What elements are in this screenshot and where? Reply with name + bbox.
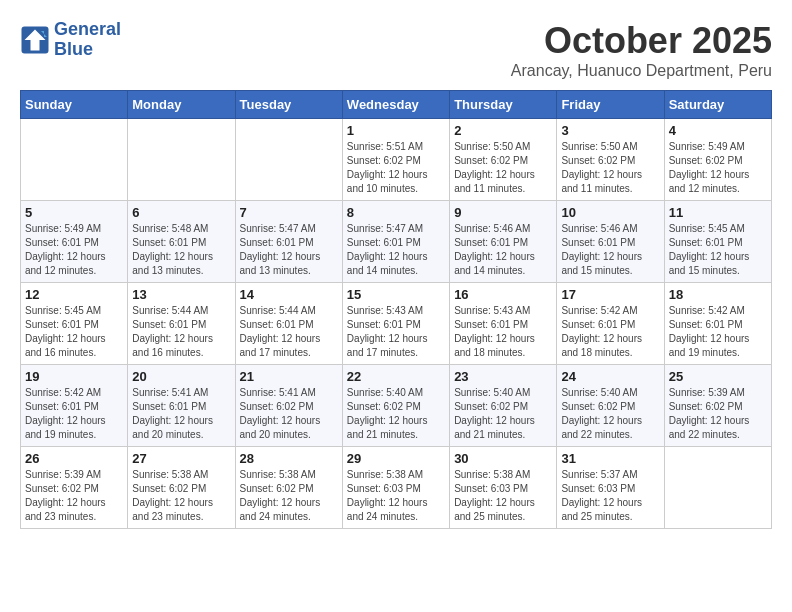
day-number: 16 <box>454 287 552 302</box>
calendar-day-cell: 29Sunrise: 5:38 AM Sunset: 6:03 PM Dayli… <box>342 447 449 529</box>
day-info: Sunrise: 5:50 AM Sunset: 6:02 PM Dayligh… <box>454 140 552 196</box>
day-number: 12 <box>25 287 123 302</box>
day-number: 15 <box>347 287 445 302</box>
day-info: Sunrise: 5:43 AM Sunset: 6:01 PM Dayligh… <box>454 304 552 360</box>
page-header: General Blue October 2025 Arancay, Huanu… <box>20 20 772 80</box>
day-info: Sunrise: 5:42 AM Sunset: 6:01 PM Dayligh… <box>669 304 767 360</box>
day-number: 11 <box>669 205 767 220</box>
day-info: Sunrise: 5:38 AM Sunset: 6:03 PM Dayligh… <box>454 468 552 524</box>
day-number: 6 <box>132 205 230 220</box>
day-info: Sunrise: 5:38 AM Sunset: 6:03 PM Dayligh… <box>347 468 445 524</box>
day-info: Sunrise: 5:38 AM Sunset: 6:02 PM Dayligh… <box>132 468 230 524</box>
calendar-day-cell: 13Sunrise: 5:44 AM Sunset: 6:01 PM Dayli… <box>128 283 235 365</box>
day-number: 25 <box>669 369 767 384</box>
day-number: 3 <box>561 123 659 138</box>
calendar-day-cell <box>664 447 771 529</box>
day-info: Sunrise: 5:47 AM Sunset: 6:01 PM Dayligh… <box>347 222 445 278</box>
day-number: 21 <box>240 369 338 384</box>
calendar-day-cell: 8Sunrise: 5:47 AM Sunset: 6:01 PM Daylig… <box>342 201 449 283</box>
logo-icon <box>20 25 50 55</box>
day-number: 5 <box>25 205 123 220</box>
day-info: Sunrise: 5:42 AM Sunset: 6:01 PM Dayligh… <box>25 386 123 442</box>
month-title: October 2025 <box>511 20 772 62</box>
calendar-day-cell: 23Sunrise: 5:40 AM Sunset: 6:02 PM Dayli… <box>450 365 557 447</box>
day-number: 20 <box>132 369 230 384</box>
title-section: October 2025 Arancay, Huanuco Department… <box>511 20 772 80</box>
day-info: Sunrise: 5:51 AM Sunset: 6:02 PM Dayligh… <box>347 140 445 196</box>
day-number: 23 <box>454 369 552 384</box>
calendar-week-row: 26Sunrise: 5:39 AM Sunset: 6:02 PM Dayli… <box>21 447 772 529</box>
calendar-week-row: 1Sunrise: 5:51 AM Sunset: 6:02 PM Daylig… <box>21 119 772 201</box>
calendar-day-cell: 18Sunrise: 5:42 AM Sunset: 6:01 PM Dayli… <box>664 283 771 365</box>
day-number: 7 <box>240 205 338 220</box>
calendar-day-cell: 20Sunrise: 5:41 AM Sunset: 6:01 PM Dayli… <box>128 365 235 447</box>
calendar-day-cell: 1Sunrise: 5:51 AM Sunset: 6:02 PM Daylig… <box>342 119 449 201</box>
calendar-day-cell: 30Sunrise: 5:38 AM Sunset: 6:03 PM Dayli… <box>450 447 557 529</box>
calendar-day-cell: 21Sunrise: 5:41 AM Sunset: 6:02 PM Dayli… <box>235 365 342 447</box>
day-info: Sunrise: 5:41 AM Sunset: 6:02 PM Dayligh… <box>240 386 338 442</box>
day-number: 24 <box>561 369 659 384</box>
calendar-day-cell: 24Sunrise: 5:40 AM Sunset: 6:02 PM Dayli… <box>557 365 664 447</box>
day-number: 2 <box>454 123 552 138</box>
calendar-day-cell: 17Sunrise: 5:42 AM Sunset: 6:01 PM Dayli… <box>557 283 664 365</box>
day-number: 13 <box>132 287 230 302</box>
day-number: 26 <box>25 451 123 466</box>
day-info: Sunrise: 5:49 AM Sunset: 6:01 PM Dayligh… <box>25 222 123 278</box>
day-info: Sunrise: 5:47 AM Sunset: 6:01 PM Dayligh… <box>240 222 338 278</box>
calendar-week-row: 12Sunrise: 5:45 AM Sunset: 6:01 PM Dayli… <box>21 283 772 365</box>
day-info: Sunrise: 5:39 AM Sunset: 6:02 PM Dayligh… <box>669 386 767 442</box>
day-number: 14 <box>240 287 338 302</box>
day-number: 18 <box>669 287 767 302</box>
calendar-day-cell: 31Sunrise: 5:37 AM Sunset: 6:03 PM Dayli… <box>557 447 664 529</box>
calendar-week-row: 5Sunrise: 5:49 AM Sunset: 6:01 PM Daylig… <box>21 201 772 283</box>
day-number: 27 <box>132 451 230 466</box>
logo-text: General Blue <box>54 20 121 60</box>
day-info: Sunrise: 5:48 AM Sunset: 6:01 PM Dayligh… <box>132 222 230 278</box>
calendar-day-cell: 19Sunrise: 5:42 AM Sunset: 6:01 PM Dayli… <box>21 365 128 447</box>
weekday-header-cell: Monday <box>128 91 235 119</box>
day-number: 9 <box>454 205 552 220</box>
day-info: Sunrise: 5:37 AM Sunset: 6:03 PM Dayligh… <box>561 468 659 524</box>
day-info: Sunrise: 5:44 AM Sunset: 6:01 PM Dayligh… <box>240 304 338 360</box>
day-number: 10 <box>561 205 659 220</box>
day-info: Sunrise: 5:45 AM Sunset: 6:01 PM Dayligh… <box>669 222 767 278</box>
calendar-day-cell: 22Sunrise: 5:40 AM Sunset: 6:02 PM Dayli… <box>342 365 449 447</box>
day-number: 19 <box>25 369 123 384</box>
calendar-day-cell: 3Sunrise: 5:50 AM Sunset: 6:02 PM Daylig… <box>557 119 664 201</box>
day-info: Sunrise: 5:43 AM Sunset: 6:01 PM Dayligh… <box>347 304 445 360</box>
weekday-header-cell: Saturday <box>664 91 771 119</box>
day-number: 28 <box>240 451 338 466</box>
day-number: 22 <box>347 369 445 384</box>
calendar-day-cell: 15Sunrise: 5:43 AM Sunset: 6:01 PM Dayli… <box>342 283 449 365</box>
calendar-day-cell: 12Sunrise: 5:45 AM Sunset: 6:01 PM Dayli… <box>21 283 128 365</box>
day-info: Sunrise: 5:40 AM Sunset: 6:02 PM Dayligh… <box>454 386 552 442</box>
day-info: Sunrise: 5:42 AM Sunset: 6:01 PM Dayligh… <box>561 304 659 360</box>
calendar-day-cell: 14Sunrise: 5:44 AM Sunset: 6:01 PM Dayli… <box>235 283 342 365</box>
weekday-header-cell: Wednesday <box>342 91 449 119</box>
calendar-day-cell: 25Sunrise: 5:39 AM Sunset: 6:02 PM Dayli… <box>664 365 771 447</box>
day-info: Sunrise: 5:40 AM Sunset: 6:02 PM Dayligh… <box>347 386 445 442</box>
day-info: Sunrise: 5:44 AM Sunset: 6:01 PM Dayligh… <box>132 304 230 360</box>
day-number: 29 <box>347 451 445 466</box>
calendar-table: SundayMondayTuesdayWednesdayThursdayFrid… <box>20 90 772 529</box>
weekday-header-cell: Sunday <box>21 91 128 119</box>
calendar-day-cell: 10Sunrise: 5:46 AM Sunset: 6:01 PM Dayli… <box>557 201 664 283</box>
calendar-day-cell: 11Sunrise: 5:45 AM Sunset: 6:01 PM Dayli… <box>664 201 771 283</box>
weekday-header-cell: Friday <box>557 91 664 119</box>
day-number: 4 <box>669 123 767 138</box>
calendar-day-cell: 4Sunrise: 5:49 AM Sunset: 6:02 PM Daylig… <box>664 119 771 201</box>
calendar-day-cell: 16Sunrise: 5:43 AM Sunset: 6:01 PM Dayli… <box>450 283 557 365</box>
logo: General Blue <box>20 20 121 60</box>
calendar-day-cell <box>128 119 235 201</box>
weekday-header-row: SundayMondayTuesdayWednesdayThursdayFrid… <box>21 91 772 119</box>
day-info: Sunrise: 5:38 AM Sunset: 6:02 PM Dayligh… <box>240 468 338 524</box>
day-info: Sunrise: 5:41 AM Sunset: 6:01 PM Dayligh… <box>132 386 230 442</box>
day-info: Sunrise: 5:40 AM Sunset: 6:02 PM Dayligh… <box>561 386 659 442</box>
calendar-day-cell: 9Sunrise: 5:46 AM Sunset: 6:01 PM Daylig… <box>450 201 557 283</box>
calendar-day-cell: 27Sunrise: 5:38 AM Sunset: 6:02 PM Dayli… <box>128 447 235 529</box>
weekday-header-cell: Tuesday <box>235 91 342 119</box>
day-info: Sunrise: 5:46 AM Sunset: 6:01 PM Dayligh… <box>561 222 659 278</box>
day-info: Sunrise: 5:50 AM Sunset: 6:02 PM Dayligh… <box>561 140 659 196</box>
calendar-day-cell: 28Sunrise: 5:38 AM Sunset: 6:02 PM Dayli… <box>235 447 342 529</box>
calendar-day-cell: 7Sunrise: 5:47 AM Sunset: 6:01 PM Daylig… <box>235 201 342 283</box>
